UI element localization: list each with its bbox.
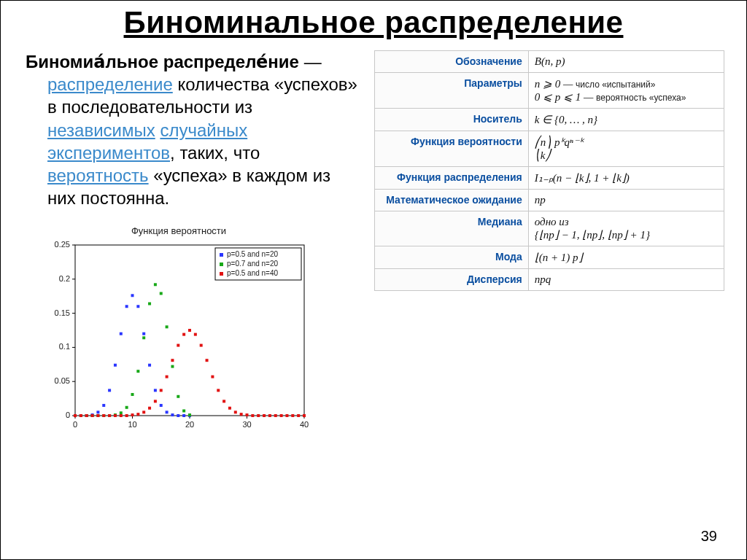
svg-rect-92 (228, 407, 231, 410)
svg-text:p=0.5 and n=20: p=0.5 and n=20 (227, 250, 279, 258)
svg-rect-61 (171, 365, 174, 368)
svg-rect-33 (131, 295, 134, 298)
svg-text:10: 10 (128, 420, 136, 429)
property-label: Мода (375, 246, 529, 269)
svg-rect-111 (220, 272, 223, 276)
svg-rect-77 (142, 411, 145, 414)
svg-rect-58 (154, 284, 157, 287)
property-value: np (528, 190, 724, 211)
property-value: n ⩾ 0 — число «испытаний»0 ⩽ p ⩽ 1 — вер… (528, 73, 724, 109)
svg-rect-83 (177, 344, 179, 347)
svg-rect-99 (268, 414, 271, 417)
svg-rect-34 (136, 306, 139, 308)
property-value: одно из{⌊np⌋ − 1, ⌊np⌋, ⌊np⌋ + 1} (528, 211, 724, 246)
svg-rect-102 (285, 414, 288, 417)
property-value: npq (528, 269, 724, 291)
svg-rect-74 (125, 414, 128, 417)
svg-rect-88 (206, 359, 209, 362)
link-independent[interactable]: независимых (47, 120, 155, 140)
svg-rect-81 (166, 376, 169, 378)
svg-rect-75 (131, 413, 134, 416)
property-label: Функция распределения (375, 167, 529, 190)
property-label: Медиана (375, 211, 529, 246)
svg-text:30: 30 (242, 420, 251, 429)
svg-rect-63 (182, 410, 185, 413)
svg-rect-39 (166, 411, 169, 414)
svg-rect-87 (200, 344, 203, 347)
property-label: Носитель (375, 109, 529, 131)
svg-rect-71 (108, 414, 111, 417)
table-row: Параметрыn ⩾ 0 — число «испытаний»0 ⩽ p … (375, 73, 724, 109)
property-label: Дисперсия (375, 269, 529, 291)
svg-rect-38 (160, 404, 163, 407)
pmf-chart: Функция вероятности 01020304000.050.10.1… (47, 225, 310, 436)
svg-rect-94 (240, 413, 243, 416)
svg-rect-96 (251, 414, 254, 417)
svg-text:0.1: 0.1 (59, 343, 70, 351)
svg-rect-56 (142, 337, 145, 340)
svg-rect-107 (220, 253, 223, 257)
svg-text:0: 0 (66, 411, 70, 419)
slide-title: Биноминальное распределение (18, 5, 729, 40)
property-label: Функция вероятности (375, 131, 529, 167)
svg-text:0.25: 0.25 (55, 240, 70, 249)
svg-rect-93 (234, 411, 237, 414)
svg-rect-84 (182, 333, 185, 336)
svg-rect-65 (74, 414, 77, 417)
svg-rect-40 (171, 413, 174, 416)
svg-rect-31 (120, 332, 123, 335)
page-number: 39 (701, 528, 717, 545)
svg-rect-89 (211, 376, 214, 378)
svg-rect-27 (96, 411, 99, 414)
svg-rect-66 (80, 414, 82, 417)
svg-rect-101 (280, 414, 283, 417)
svg-text:p=0.5 and n=40: p=0.5 and n=40 (227, 269, 279, 277)
table-row: ОбозначениеB(n, p) (375, 51, 724, 73)
svg-text:0.15: 0.15 (55, 308, 70, 317)
svg-rect-90 (217, 389, 220, 392)
chart-title: Функция вероятности (47, 225, 310, 236)
svg-rect-53 (125, 406, 128, 409)
chart-canvas: 01020304000.050.10.150.20.25p=0.5 and n=… (47, 239, 310, 436)
svg-text:p=0.7 and n=20: p=0.7 and n=20 (227, 260, 279, 268)
property-value: B(n, p) (528, 51, 724, 73)
svg-rect-55 (136, 370, 139, 373)
svg-text:0.05: 0.05 (55, 377, 70, 386)
svg-rect-54 (131, 393, 134, 396)
svg-rect-109 (220, 262, 223, 266)
svg-rect-100 (274, 414, 277, 417)
svg-rect-69 (96, 414, 99, 417)
table-row: Математическое ожиданиеnp (375, 190, 724, 211)
svg-rect-35 (142, 332, 145, 335)
svg-text:20: 20 (185, 420, 194, 429)
svg-rect-95 (246, 413, 249, 416)
table-row: Носительk ∈ {0, … , n} (375, 109, 724, 131)
svg-rect-82 (171, 359, 174, 362)
property-label: Обозначение (375, 51, 529, 73)
svg-rect-78 (148, 407, 151, 410)
svg-rect-32 (125, 306, 128, 308)
property-value: k ∈ {0, … , n} (528, 109, 724, 131)
properties-table: ОбозначениеB(n, p)Параметрыn ⩾ 0 — число… (374, 50, 724, 291)
svg-rect-73 (120, 414, 123, 417)
svg-rect-68 (91, 414, 94, 417)
svg-rect-97 (257, 414, 260, 417)
property-value: ⎛n⎞ pᵏqⁿ⁻ᵏ⎝k⎠ (528, 131, 724, 167)
table-row: Медианаодно из{⌊np⌋ − 1, ⌊np⌋, ⌊np⌋ + 1} (375, 211, 724, 246)
property-label: Параметры (375, 73, 529, 109)
svg-rect-103 (291, 414, 294, 417)
svg-rect-76 (136, 413, 139, 416)
svg-text:40: 40 (300, 420, 309, 429)
svg-rect-29 (108, 389, 111, 392)
link-probability[interactable]: вероятность (47, 166, 149, 185)
svg-rect-28 (102, 404, 105, 407)
svg-rect-85 (188, 329, 191, 332)
table-row: Мода⌊(n + 1) p⌋ (375, 246, 724, 269)
svg-rect-37 (154, 389, 157, 392)
intro-paragraph: Биномиа́льное распределе́ние — распредел… (18, 50, 361, 209)
svg-rect-62 (177, 395, 179, 398)
property-value: I₁₋ₚ(n − ⌊k⌋, 1 + ⌊k⌋) (528, 167, 724, 190)
svg-rect-105 (303, 414, 306, 417)
svg-rect-42 (182, 414, 185, 417)
link-distribution[interactable]: распределение (47, 74, 173, 94)
